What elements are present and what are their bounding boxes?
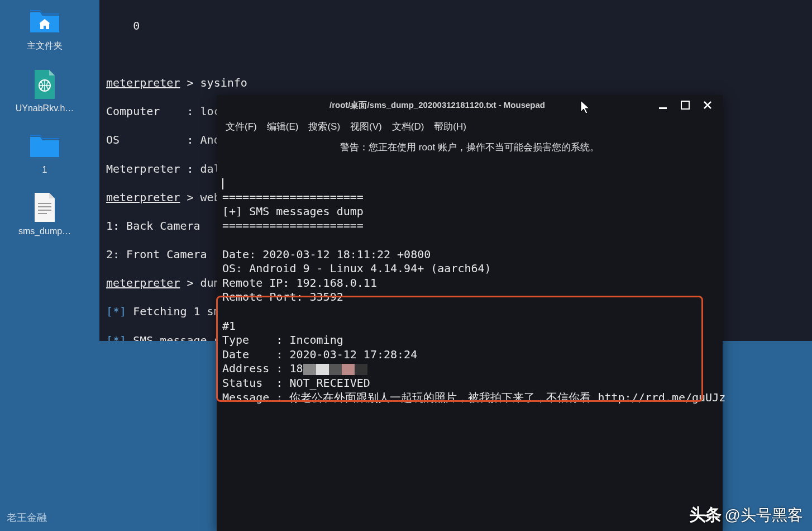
mousepad-editor[interactable]: ===================== [+] SMS messages d… [217,159,723,531]
editor-line: Message : 你老公在外面跟别人一起玩的照片，被我拍下来了，不信你看 ht… [222,391,725,404]
terminal-line: meterpreter > sysinfo [106,76,805,91]
editor-line: ===================== [222,219,364,232]
desktop-icon-textfile[interactable]: sms_dump… [6,192,84,236]
maximize-button[interactable] [680,100,690,110]
svg-rect-6 [681,101,689,109]
minimize-button[interactable] [658,100,668,110]
desktop-icon-label: 主文件夹 [27,40,63,52]
watermark-bottom-right: 头条 @头号黑客 [689,504,803,527]
menu-file[interactable]: 文件(F) [226,120,257,133]
menu-help[interactable]: 帮助(H) [434,120,466,133]
watermark-handle: @头号黑客 [725,505,803,526]
editor-line: OS: Android 9 - Linux 4.14.94+ (aarch64) [222,262,491,275]
menu-document[interactable]: 文档(D) [392,120,424,133]
folder-icon [29,130,60,162]
text-cursor [222,178,223,189]
svg-rect-4 [38,213,47,214]
toutiao-logo-icon: 头条 [689,504,720,527]
home-folder-icon [29,6,60,37]
svg-rect-2 [38,206,51,207]
editor-line: Date: 2020-03-12 18:11:22 +0800 [222,248,431,261]
censored-number [303,364,367,375]
desktop-icon-label: UYnabRkv.h… [16,103,74,113]
close-button[interactable] [703,100,713,110]
text-file-icon [29,192,60,223]
editor-line: Remote IP: 192.168.0.11 [222,276,377,290]
editor-line: #1 [222,319,236,333]
svg-rect-3 [38,210,51,211]
desktop-icon-home[interactable]: 主文件夹 [6,6,84,52]
editor-line: ===================== [222,190,364,203]
editor-line: [+] SMS messages dump [222,205,364,218]
mousepad-titlebar[interactable]: /root/桌面/sms_dump_20200312181120.txt - M… [217,95,723,115]
desktop-icons-area: 主文件夹 UYnabRkv.h… 1 sms_dump… [6,6,84,253]
menu-search[interactable]: 搜索(S) [308,120,340,133]
editor-line: Date : 2020-03-12 17:28:24 [222,348,417,361]
editor-line: Status : NOT_RECEIVED [222,376,370,390]
desktop-icon-folder[interactable]: 1 [6,130,84,175]
mousepad-window: /root/桌面/sms_dump_20200312181120.txt - M… [217,95,723,531]
mousepad-menubar: 文件(F) 编辑(E) 搜索(S) 视图(V) 文档(D) 帮助(H) [217,115,723,138]
menu-edit[interactable]: 编辑(E) [267,120,299,133]
desktop-icon-label: sms_dump… [18,226,71,236]
terminal-line: 0 [106,19,805,34]
window-controls [658,100,723,110]
watermark-bottom-left: 老王金融 [7,511,47,524]
editor-line: Type : Incoming [222,333,343,347]
mousepad-title: /root/桌面/sms_dump_20200312181120.txt - M… [217,100,658,111]
terminal-line [106,48,805,62]
root-warning: 警告：您正在使用 root 账户，操作不当可能会损害您的系统。 [217,138,723,159]
svg-rect-1 [38,203,51,204]
menu-view[interactable]: 视图(V) [350,120,382,133]
svg-rect-5 [659,107,667,109]
editor-line: Remote Port: 33592 [222,290,343,304]
desktop-icon-html[interactable]: UYnabRkv.h… [6,69,84,113]
desktop-icon-label: 1 [42,165,47,175]
html-file-icon [29,69,60,100]
editor-line: Address : 18 [222,362,367,375]
